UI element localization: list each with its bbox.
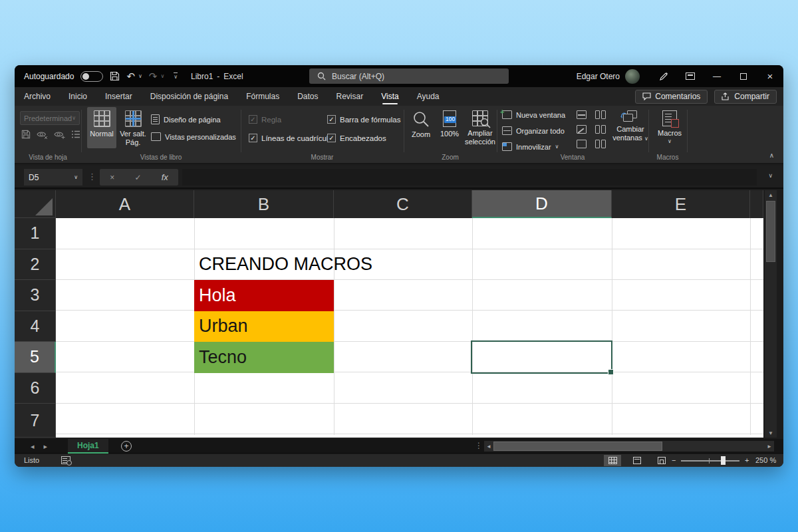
tab-formulas[interactable]: Fórmulas	[246, 87, 279, 106]
doc-name: Libro1	[191, 72, 213, 81]
cancel-icon: ×	[110, 173, 114, 182]
zoom-to-selection-button[interactable]: Ampliarselección	[464, 107, 496, 148]
share-button[interactable]: Compartir	[714, 90, 777, 104]
save-icon[interactable]	[110, 71, 120, 81]
view-side-by-side-icon[interactable]	[595, 110, 606, 119]
vertical-scroll-thumb[interactable]	[766, 201, 775, 262]
selection-box-d5[interactable]	[471, 340, 612, 374]
row-header-4[interactable]: 4	[15, 311, 56, 342]
normal-view-status-icon	[608, 457, 617, 464]
column-header-b[interactable]: B	[194, 190, 334, 218]
headings-checkbox[interactable]: Encabezados	[327, 134, 386, 142]
sheet-area[interactable]: CREANDO MACROS Hola Urban Tecno	[56, 218, 763, 438]
expand-formula-bar-icon[interactable]: ∨	[768, 172, 773, 179]
customize-qat-icon[interactable]: ∨	[174, 72, 178, 80]
zoom-slider-track[interactable]	[681, 460, 739, 462]
add-sheet-button[interactable]: +	[121, 441, 132, 452]
avatar[interactable]	[625, 69, 640, 84]
page-break-view-button[interactable]: Ver salt.Pág.	[118, 107, 148, 148]
name-box-chevron-icon[interactable]: ∨	[74, 174, 78, 180]
custom-views-button[interactable]: Vistas personalizadas	[151, 132, 236, 141]
cell-B3[interactable]: Hola	[194, 280, 334, 311]
zoom-in-icon[interactable]: +	[745, 456, 749, 464]
scroll-right-icon[interactable]: ►	[765, 441, 774, 452]
scroll-down-icon[interactable]: ▼	[765, 428, 777, 438]
gridlines-checkbox[interactable]: Líneas de cuadrícula	[249, 134, 332, 142]
column-header-e[interactable]: E	[612, 190, 750, 218]
ribbon-display-options-icon[interactable]	[677, 65, 704, 87]
cell-B5[interactable]: Tecno	[194, 342, 334, 373]
custom-views-icon	[151, 132, 161, 141]
macros-button[interactable]: Macros ∨	[654, 107, 685, 148]
page-layout-status-button[interactable]	[628, 455, 646, 466]
undo-chevron-icon[interactable]: ∨	[138, 73, 142, 79]
row-header-7[interactable]: 7	[15, 404, 56, 438]
normal-view-button[interactable]: Normal	[87, 107, 116, 148]
tab-revisar[interactable]: Revisar	[336, 87, 364, 106]
name-box[interactable]: D5 ∨	[24, 169, 82, 186]
insert-function-icon[interactable]: fx	[162, 172, 168, 182]
column-header-d[interactable]: D	[472, 190, 612, 218]
zoom-percentage[interactable]: 250 %	[755, 456, 776, 464]
page-break-status-button[interactable]	[653, 455, 670, 466]
tab-vista[interactable]: Vista	[381, 87, 398, 106]
page-layout-button[interactable]: Diseño de página	[151, 114, 221, 124]
zoom-out-icon[interactable]: −	[672, 456, 676, 464]
scroll-up-icon[interactable]: ▲	[765, 190, 777, 200]
formula-bar-checkbox[interactable]: Barra de fórmulas	[327, 115, 400, 124]
horizontal-scrollbar[interactable]: ◄ ►	[484, 441, 774, 452]
switch-windows-button[interactable]: Cambiarventanas ∨	[612, 107, 648, 148]
row-header-5[interactable]: 5	[15, 342, 56, 373]
split-icon[interactable]	[577, 110, 587, 119]
record-macro-icon[interactable]	[61, 456, 70, 464]
arrange-all-button[interactable]: Organizar todo	[502, 126, 565, 135]
select-all-corner[interactable]	[15, 190, 56, 218]
hide-window-icon[interactable]	[577, 125, 587, 134]
zoom-slider-thumb[interactable]	[721, 456, 726, 465]
new-window-button[interactable]: + Nueva ventana	[502, 110, 565, 119]
freeze-panes-button[interactable]: Inmovilizar ∨	[502, 142, 559, 151]
formula-input[interactable]	[182, 169, 757, 186]
cell-B4[interactable]: Urban	[194, 311, 334, 342]
maximize-button[interactable]	[730, 65, 757, 87]
vertical-scrollbar[interactable]: ▲ ▼	[765, 190, 777, 438]
next-sheet-icon[interactable]: ▸	[44, 442, 48, 451]
cell-B2[interactable]: CREANDO MACROS	[194, 249, 394, 281]
row-header-6[interactable]: 6	[15, 373, 56, 404]
pen-sparkle-icon[interactable]	[650, 65, 677, 87]
comments-button[interactable]: Comentarios	[635, 90, 708, 104]
search-placeholder: Buscar (Alt+Q)	[332, 72, 384, 81]
normal-view-status-button[interactable]	[604, 455, 621, 466]
tab-disposicion[interactable]: Disposición de página	[150, 87, 228, 106]
scroll-left-icon[interactable]: ◄	[484, 441, 493, 452]
zoom-100-button[interactable]: 100 100%	[436, 107, 463, 148]
new-sheet-view-icon	[54, 130, 65, 139]
zoom-button[interactable]: Zoom	[407, 107, 435, 148]
tab-datos[interactable]: Datos	[297, 87, 318, 106]
ribbon-divider	[648, 110, 649, 152]
sheet-tab-hoja1[interactable]: Hoja1	[68, 439, 108, 454]
row-header-1[interactable]: 1	[15, 218, 56, 249]
row-header-2[interactable]: 2	[15, 249, 56, 281]
horizontal-scroll-thumb[interactable]	[493, 442, 662, 451]
autosave-toggle[interactable]	[80, 71, 103, 82]
undo-icon[interactable]: ↶	[126, 71, 135, 81]
prev-sheet-icon[interactable]: ◂	[31, 442, 35, 451]
column-header-c[interactable]: C	[334, 190, 472, 218]
tab-insertar[interactable]: Insertar	[105, 87, 132, 106]
minimize-button[interactable]: —	[704, 65, 730, 87]
zoom-100-icon: 100	[443, 110, 456, 127]
search-input[interactable]: Buscar (Alt+Q)	[309, 68, 509, 84]
group-label-zoom: Zoom	[404, 154, 497, 161]
collapse-ribbon-icon[interactable]: ∧	[769, 152, 774, 159]
tab-archivo[interactable]: Archivo	[24, 87, 51, 106]
tab-ayuda[interactable]: Ayuda	[417, 87, 440, 106]
sheet-view-dropdown: Predeterminad∨	[20, 111, 80, 125]
tab-inicio[interactable]: Inicio	[68, 87, 87, 106]
column-header-a[interactable]: A	[56, 190, 194, 218]
close-button[interactable]: ×	[757, 65, 783, 87]
sheetbar-grip-icon[interactable]: ⋮	[475, 441, 483, 450]
formula-bar-grip-icon[interactable]: ⋮	[88, 172, 96, 182]
row-header-3[interactable]: 3	[15, 280, 56, 311]
user-name[interactable]: Edgar Otero	[577, 72, 620, 81]
